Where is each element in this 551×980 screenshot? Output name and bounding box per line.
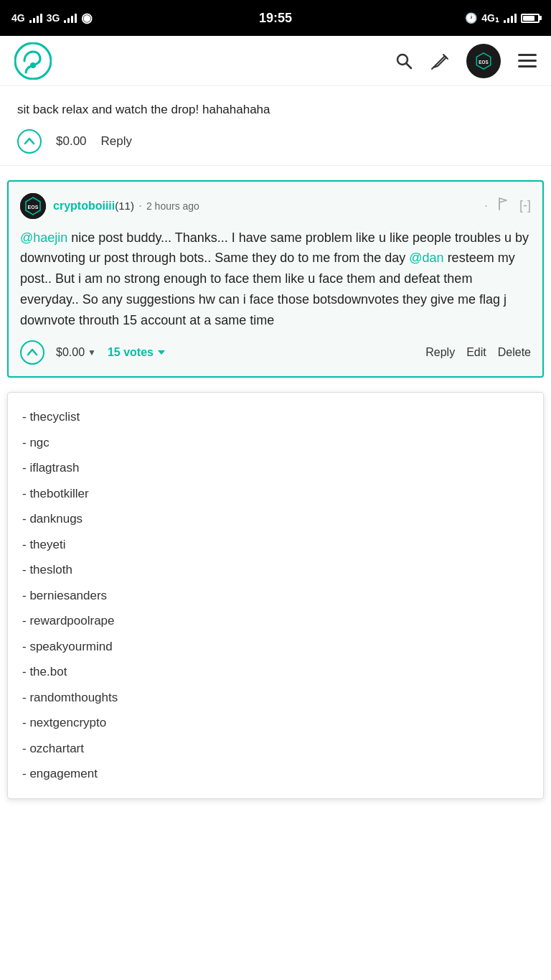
signal-4g1: 4G₁ <box>481 12 499 24</box>
edit-button-comment[interactable]: Edit <box>466 346 486 359</box>
voter-item: - speakyourmind <box>22 634 529 660</box>
content-area: sit back relax and watch the drop! hahah… <box>0 86 551 799</box>
collapse-icon: [-] <box>519 198 531 213</box>
voter-item: - nextgencrypto <box>22 710 529 736</box>
prev-comment: sit back relax and watch the drop! hahah… <box>0 86 551 166</box>
nav-bar: EOS <box>0 36 551 86</box>
whatsapp-icon: ◉ <box>81 10 93 26</box>
comment-payout: $0.00 ▼ <box>56 346 96 359</box>
battery-icon <box>521 14 540 23</box>
menu-button[interactable] <box>518 54 537 67</box>
voter-item: - iflagtrash <box>22 455 529 481</box>
svg-line-3 <box>407 63 412 68</box>
votes-label: 15 votes <box>108 346 154 359</box>
prev-comment-text: sit back relax and watch the drop! hahah… <box>17 101 534 119</box>
eos-button[interactable]: EOS <box>466 44 501 78</box>
upvote-icon <box>24 136 35 147</box>
author-name[interactable]: cryptoboiiii <box>53 200 115 213</box>
search-button[interactable] <box>395 52 413 70</box>
status-bar-left: 4G 3G ◉ <box>11 10 93 26</box>
avatar-icon: EOS <box>20 193 46 219</box>
time-ago: 2 hours ago <box>146 200 199 212</box>
prev-reply-button[interactable]: Reply <box>101 134 132 149</box>
comment-upvote-icon <box>27 347 38 358</box>
svg-line-5 <box>432 67 433 69</box>
status-bar-right: 🕐 4G₁ <box>465 12 540 24</box>
comment-upvote-button[interactable] <box>20 340 44 365</box>
signal-bars-3g <box>64 13 77 23</box>
search-icon <box>395 52 413 70</box>
svg-point-0 <box>15 43 51 79</box>
main-comment-card: EOS cryptoboiiii (11) · 2 hours ago · [-… <box>7 180 544 378</box>
pen-icon <box>430 52 449 70</box>
voter-item: - randomthoughts <box>22 685 529 711</box>
voters-dropdown: - thecyclist- ngc- iflagtrash- thebotkil… <box>7 392 544 799</box>
svg-text:EOS: EOS <box>28 205 39 210</box>
voter-item: - theyeti <box>22 532 529 558</box>
votes-dropdown-arrow <box>156 347 166 358</box>
prev-comment-actions: $0.00 Reply <box>17 129 534 154</box>
voter-item: - ozchartart <box>22 736 529 762</box>
hamburger-icon <box>518 54 537 67</box>
collapse-button[interactable]: [-] <box>519 198 531 213</box>
voter-item: - rewardpoolrape <box>22 608 529 634</box>
comment-body: @haejin nice post buddy... Thanks... I h… <box>20 228 531 331</box>
reply-button[interactable]: Reply <box>425 346 455 359</box>
prev-payout: $0.00 <box>56 134 87 149</box>
payout-value: $0.00 <box>56 346 85 359</box>
payout-dropdown-arrow[interactable]: ▼ <box>88 347 96 358</box>
voter-item: - thecyclist <box>22 404 529 430</box>
author-rep: (11) <box>115 200 134 212</box>
dot-indicator: · <box>484 198 488 213</box>
upvote-button[interactable] <box>17 129 42 154</box>
signal-3g: 3G <box>47 12 60 24</box>
mention-dan[interactable]: @dan <box>409 251 443 265</box>
signal-bars-4g1 <box>504 13 517 23</box>
votes-button[interactable]: 15 votes <box>108 346 166 359</box>
status-bar-time: 19:55 <box>259 11 292 26</box>
comment-header: EOS cryptoboiiii (11) · 2 hours ago · [-… <box>20 193 531 219</box>
header-actions: · [-] <box>484 197 531 215</box>
clock-icon: 🕐 <box>465 12 477 24</box>
voter-item: - berniesanders <box>22 583 529 609</box>
voter-item: - ngc <box>22 430 529 456</box>
voter-item: - danknugs <box>22 506 529 532</box>
voter-item: - thebotkiller <box>22 481 529 507</box>
signal-4g: 4G <box>11 12 25 24</box>
flag-icon <box>496 197 511 211</box>
eos-badge: EOS <box>466 44 501 78</box>
voter-item: - thesloth <box>22 557 529 583</box>
nav-icons: EOS <box>395 44 537 78</box>
svg-marker-11 <box>158 350 165 355</box>
signal-bars-4g <box>29 13 42 23</box>
edit-button[interactable] <box>430 52 449 70</box>
busy-logo <box>14 42 52 80</box>
delete-button[interactable]: Delete <box>498 346 531 359</box>
voter-item: - engagement <box>22 761 529 787</box>
mention-haejin[interactable]: @haejin <box>20 230 67 245</box>
flag-button[interactable] <box>496 197 511 215</box>
logo-button[interactable] <box>14 42 52 80</box>
svg-text:EOS: EOS <box>479 60 488 65</box>
voter-item: - the.bot <box>22 659 529 685</box>
comment-footer: $0.00 ▼ 15 votes Reply Edit Delete <box>20 340 531 365</box>
status-bar: 4G 3G ◉ 19:55 🕐 4G₁ <box>0 0 551 36</box>
avatar: EOS <box>20 193 46 219</box>
dot-separator: · <box>138 198 142 213</box>
svg-point-1 <box>30 62 36 68</box>
